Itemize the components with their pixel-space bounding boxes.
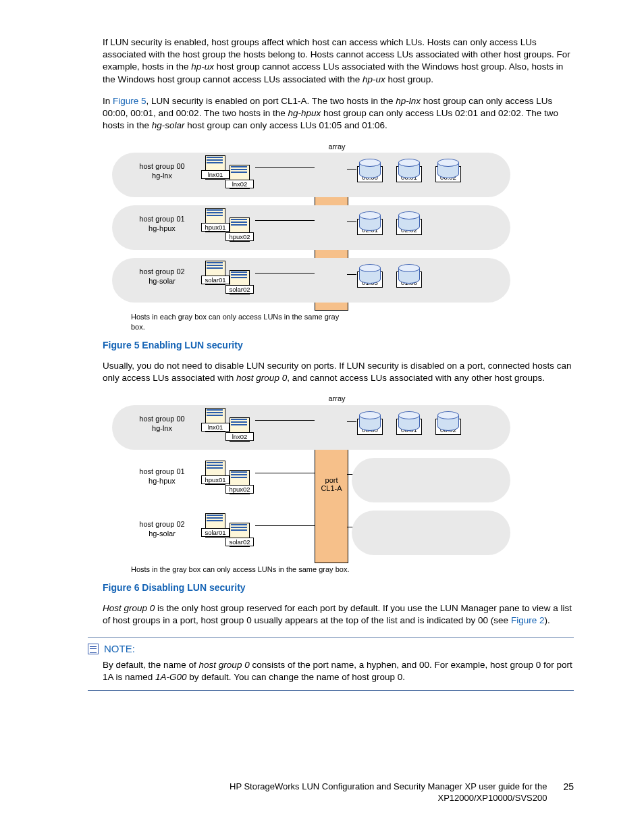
figure6-caption: Figure 6 Disabling LUN security <box>103 581 574 594</box>
text: In <box>103 96 113 106</box>
text: By default, the name of <box>103 660 199 670</box>
text: ). <box>544 615 549 625</box>
note-block: NOTE: By default, the name of host group… <box>88 637 574 691</box>
host-lun-row: host group 01hg-hpuxhpux01hpux02LUN002:0… <box>112 205 510 250</box>
host-group-label: host group 00hg-lnx <box>126 415 198 434</box>
paragraph-security: If LUN security is enabled, host groups … <box>103 36 574 86</box>
paragraph-hostgroup0: Host group 0 is the only host group rese… <box>103 602 574 627</box>
lun-icon: LUN200:02 <box>433 159 463 182</box>
text: host group can only access LUs 01:05 and… <box>185 120 387 130</box>
figure5-diagram: arrayportCL1-Ahost group 00hg-lnxlnx01ln… <box>112 142 510 333</box>
figure6-diagram: arrayportCL1-Ahost group 00hg-lnxlnx01ln… <box>112 394 510 575</box>
lun-icon: LUN100:01 <box>394 159 424 182</box>
host-group-label: host group 01hg-hpux <box>126 467 198 486</box>
text-italic: host group 0 <box>199 660 250 670</box>
host-group-label: host group 02hg-solar <box>126 520 198 539</box>
text: , and cannot access LUs associated with … <box>287 373 545 383</box>
host-lun-row: host group 01hg-hpuxhpux01hpux02LUN002:0… <box>112 458 510 502</box>
page-footer: HP StorageWorks LUN Configuration and Se… <box>103 781 574 804</box>
array-label: array <box>320 394 354 404</box>
link-figure5[interactable]: Figure 5 <box>113 96 146 106</box>
text-italic: host group 0 <box>236 373 287 383</box>
note-icon <box>88 644 99 654</box>
host-icon: solar02 <box>225 270 255 296</box>
note-body: By default, the name of host group 0 con… <box>103 659 574 683</box>
lun-icon: LUN002:01 <box>355 465 385 488</box>
host-icon: hpux02 <box>225 217 255 243</box>
figure5-caption: Figure 5 Enabling LUN security <box>103 339 574 352</box>
host-icon: solar02 <box>225 523 255 548</box>
host-group-label: host group 01hg-hpux <box>126 215 198 234</box>
note-title: NOTE: <box>104 642 135 656</box>
footer-text-line2: XP12000/XP10000/SVS200 <box>230 792 547 804</box>
lun-icon: LUN102:02 <box>394 465 424 488</box>
text-italic: hg-solar <box>152 120 185 130</box>
text-italic: hp-ux <box>363 74 385 84</box>
host-group-label: host group 02hg-solar <box>126 267 198 286</box>
lun-icon: LUN102:02 <box>394 212 424 235</box>
text-italic: 1A-G00 <box>155 672 187 682</box>
text-italic: Host group 0 <box>103 603 155 613</box>
paragraph-disable: Usually, you do not need to disable LUN … <box>103 360 574 384</box>
text-italic: hp-ux <box>191 61 214 72</box>
text-italic: hg-hpux <box>288 108 321 118</box>
lun-icon: LUN200:02 <box>433 412 463 435</box>
host-lun-row: host group 00hg-lnxlnx01lnx02LUN000:00LU… <box>112 405 510 450</box>
link-figure2[interactable]: Figure 2 <box>511 615 545 625</box>
host-icon: lnx02 <box>225 165 255 190</box>
lun-icon: LUN101:06 <box>394 265 424 288</box>
diagram-footnote: Hosts in each gray box can only access L… <box>131 312 354 332</box>
lun-icon: LUN000:00 <box>355 412 385 435</box>
host-icon: hpux02 <box>225 470 255 496</box>
text: by default. You can change the name of h… <box>187 672 406 682</box>
lun-icon: LUN000:00 <box>355 159 385 182</box>
host-icon: lnx02 <box>225 417 255 443</box>
host-lun-row: host group 02hg-solarsolar01solar02LUN00… <box>112 258 510 303</box>
array-label: array <box>320 142 354 152</box>
text: , LUN security is enabled on port CL1-A.… <box>146 96 396 106</box>
diagram-footnote: Hosts in the gray box can only access LU… <box>131 565 354 575</box>
text: is the only host group reserved for each… <box>103 603 572 625</box>
text-italic: hp-lnx <box>396 96 421 106</box>
host-group-label: host group 00hg-lnx <box>126 162 198 181</box>
lun-icon: LUN101:06 <box>394 517 424 540</box>
lun-icon: LUN002:01 <box>355 212 385 235</box>
host-lun-row: host group 00hg-lnxlnx01lnx02LUN000:00LU… <box>112 153 510 197</box>
lun-icon: LUN100:01 <box>394 412 424 435</box>
paragraph-figure5-desc: In Figure 5, LUN security is enabled on … <box>103 95 574 132</box>
footer-text-line1: HP StorageWorks LUN Configuration and Se… <box>230 781 547 793</box>
lun-icon: LUN001:05 <box>355 517 385 540</box>
page-number: 25 <box>563 781 574 793</box>
lun-icon: LUN001:05 <box>355 265 385 288</box>
host-lun-row: host group 02hg-solarsolar01solar02LUN00… <box>112 511 510 555</box>
text: host group. <box>385 74 433 84</box>
